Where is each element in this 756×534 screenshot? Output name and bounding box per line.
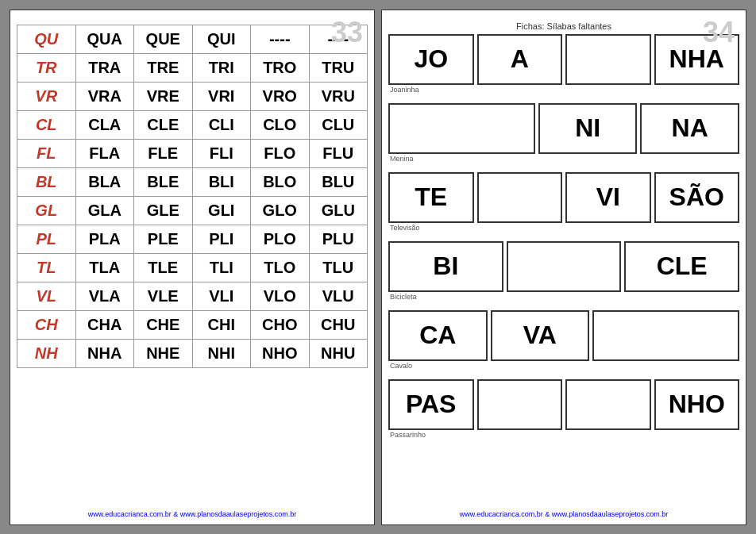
ficha-cell-filled: CLE (624, 241, 739, 292)
ficha-cell-filled: NA (640, 103, 739, 154)
table-cell: CLE (134, 110, 193, 139)
ficha-cell-filled: NHO (654, 379, 740, 430)
ficha-cell-filled: BI (388, 241, 503, 292)
page-number-2: 34 (703, 18, 735, 47)
table-cell: VLO (251, 282, 310, 310)
table-cell: GLU (309, 196, 368, 225)
table-cell: NHU (309, 339, 368, 367)
table-cell: PLI (192, 225, 251, 253)
ficha-cell-empty (477, 379, 563, 430)
table-initial-cell: CL (17, 110, 76, 139)
table-cell: VLA (75, 282, 134, 310)
page-1: 33 QUQUAQUEQUI--------TRTRATRETRITROTRUV… (10, 10, 375, 525)
table-cell: TLI (192, 253, 251, 282)
ficha-group: TEVISÃOTelevisão (388, 172, 739, 233)
table-cell: VLI (192, 282, 251, 310)
ficha-group: JOANHAJoaninha (388, 34, 739, 95)
table-cell: PLA (75, 225, 134, 253)
table-cell: GLA (75, 196, 134, 225)
table-cell: TLO (251, 253, 310, 282)
table-cell: ---- (251, 25, 310, 53)
table-cell: PLE (134, 225, 193, 253)
table-cell: VRO (251, 82, 310, 110)
table-initial-cell: BL (17, 167, 76, 196)
table-cell: CLU (309, 110, 368, 139)
ficha-group: NINAMenina (388, 103, 739, 164)
table-cell: QUI (192, 25, 251, 53)
page-number-1: 33 (331, 18, 363, 47)
ficha-cell-empty (592, 310, 739, 361)
ficha-row: NINA (388, 103, 739, 154)
table-cell: TRU (309, 53, 368, 82)
table-cell: VRU (309, 82, 368, 110)
ficha-cell-filled: SÃO (654, 172, 740, 223)
ficha-cell-filled: NI (538, 103, 638, 154)
table-initial-cell: GL (17, 196, 76, 225)
ficha-cell-empty (565, 379, 651, 430)
ficha-cell-filled: VA (491, 310, 590, 361)
table-cell: TLU (309, 253, 368, 282)
ficha-group: CAVACavalo (388, 310, 739, 371)
table-cell: NHA (75, 339, 134, 367)
ficha-group: PASNHOPassarinho (388, 379, 739, 440)
table-cell: VRE (134, 82, 193, 110)
ficha-cell-empty (477, 172, 563, 223)
table-initial-cell: NH (17, 339, 76, 367)
table-cell: TRO (251, 53, 310, 82)
page-2: 34 Fichas: Sílabas faltantes JOANHAJoani… (381, 10, 746, 525)
table-cell: TLE (134, 253, 193, 282)
table-cell: VRA (75, 82, 134, 110)
table-cell: VRI (192, 82, 251, 110)
ficha-cell-filled: A (477, 34, 563, 85)
table-initial-cell: TL (17, 253, 76, 282)
table-cell: TRI (192, 53, 251, 82)
ficha-row: PASNHO (388, 379, 739, 430)
ficha-label: Passarinho (390, 431, 739, 439)
table-cell: FLA (75, 139, 134, 167)
ficha-row: BICLE (388, 241, 739, 292)
ficha-cell-filled: PAS (388, 379, 474, 430)
ficha-label: Cavalo (390, 362, 739, 370)
fichas-grid: JOANHAJoaninhaNINAMeninaTEVISÃOTelevisão… (388, 34, 739, 444)
table-cell: NHI (192, 339, 251, 367)
table-cell: BLI (192, 167, 251, 196)
ficha-cell-empty (565, 34, 651, 85)
ficha-row: JOANHA (388, 34, 739, 85)
ficha-cell-filled: JO (388, 34, 474, 85)
table-initial-cell: PL (17, 225, 76, 253)
table-cell: CLI (192, 110, 251, 139)
ficha-cell-empty (507, 241, 622, 292)
table-cell: CHA (75, 310, 134, 339)
table-cell: BLU (309, 167, 368, 196)
table-cell: FLO (251, 139, 310, 167)
table-cell: VLU (309, 282, 368, 310)
table-cell: QUE (134, 25, 193, 53)
table-initial-cell: TR (17, 53, 76, 82)
ficha-label: Televisão (390, 224, 739, 232)
ficha-cell-filled: VI (565, 172, 651, 223)
pages-container: 33 QUQUAQUEQUI--------TRTRATRETRITROTRUV… (2, 2, 754, 533)
table-cell: VLE (134, 282, 193, 310)
table-cell: PLU (309, 225, 368, 253)
table-cell: TRE (134, 53, 193, 82)
table-cell: TLA (75, 253, 134, 282)
table-cell: FLU (309, 139, 368, 167)
page2-footer: www.educacrianca.com.br & www.planosdaau… (382, 510, 746, 518)
table-cell: NHE (134, 339, 193, 367)
table-initial-cell: CH (17, 310, 76, 339)
table-initial-cell: QU (17, 25, 76, 53)
page2-title: Fichas: Sílabas faltantes (388, 21, 739, 31)
table-cell: CHI (192, 310, 251, 339)
page1-footer: www.educacrianca.com.br & www.planosdaau… (10, 510, 374, 518)
table-cell: GLO (251, 196, 310, 225)
table-initial-cell: VL (17, 282, 76, 310)
table-cell: CHE (134, 310, 193, 339)
ficha-row: CAVA (388, 310, 739, 361)
table-cell: BLO (251, 167, 310, 196)
ficha-label: Bicicleta (390, 293, 739, 301)
table-initial-cell: VR (17, 82, 76, 110)
table-cell: CHO (251, 310, 310, 339)
table-cell: GLE (134, 196, 193, 225)
table-cell: BLE (134, 167, 193, 196)
ficha-cell-filled: CA (388, 310, 488, 361)
